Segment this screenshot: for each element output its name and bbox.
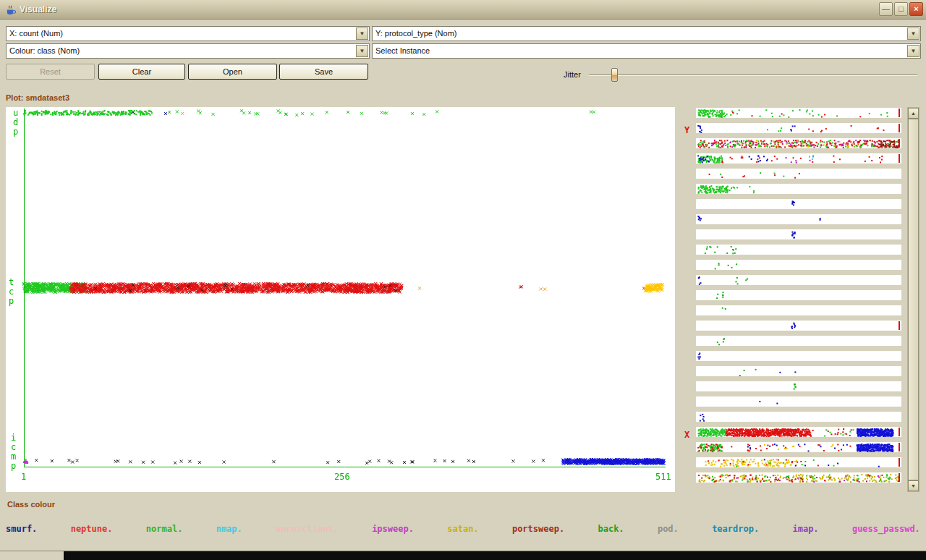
chevron-down-icon[interactable]: ▼ (907, 45, 919, 57)
side-panel-scrollbar[interactable]: ▲ ▼ (907, 107, 919, 492)
reset-button[interactable]: Reset (6, 64, 95, 80)
class-legend-item[interactable]: pod. (658, 524, 679, 534)
scrollbar-thumb[interactable] (908, 119, 919, 480)
class-legend-item[interactable]: smurf. (6, 524, 37, 534)
window-title: Visualize (20, 4, 56, 14)
colour-attribute-select[interactable]: Colour: class (Nom) ▼ (6, 43, 370, 59)
chevron-down-icon[interactable]: ▼ (356, 45, 368, 57)
scroll-up-icon[interactable]: ▲ (908, 108, 919, 119)
class-legend-item[interactable]: ipsweep. (372, 524, 414, 534)
colour-attribute-value: Colour: class (Nom) (9, 46, 80, 55)
bottom-desktop-strip (0, 551, 926, 560)
y-category-label-tcp: tcp (8, 278, 14, 306)
x-tick-mid: 256 (334, 472, 350, 482)
plot-title: Plot: smdataset3 (6, 93, 69, 102)
chevron-down-icon[interactable]: ▼ (356, 27, 368, 40)
class-legend-item[interactable]: guess_passwd. (852, 524, 920, 534)
y-attribute-value: Y: protocol_type (Nom) (375, 29, 457, 38)
class-legend-item[interactable]: portsweep. (512, 524, 564, 534)
y-axis-flag: Y (684, 125, 689, 135)
main-plot-panel (6, 107, 675, 492)
class-legend: smurf.neptune.normal.nmap.warezclient.ip… (6, 524, 920, 534)
chevron-down-icon[interactable]: ▼ (907, 27, 919, 40)
class-legend-item[interactable]: satan. (447, 524, 478, 534)
titlebar[interactable]: Visualize — □ × (0, 0, 926, 20)
select-instance-select[interactable]: Select Instance ▼ (372, 43, 921, 59)
maximize-button[interactable]: □ (894, 2, 908, 16)
scroll-down-icon[interactable]: ▼ (908, 480, 919, 491)
save-button[interactable]: Save (279, 64, 368, 80)
class-colour-title: Class colour (7, 500, 55, 509)
x-axis-flag: X (684, 430, 689, 440)
select-instance-value: Select Instance (375, 46, 430, 55)
visualize-window: Visualize — □ × X: count (Num) ▼ Y: prot… (0, 0, 926, 551)
y-category-label-udp: udp (12, 109, 19, 137)
class-legend-item[interactable]: back. (598, 524, 624, 534)
window-bottom-corner (0, 551, 64, 560)
class-legend-item[interactable]: nmap. (216, 524, 242, 534)
x-tick-min: 1 (21, 472, 26, 482)
attribute-strips-panel (696, 108, 904, 489)
jitter-slider-track[interactable] (589, 75, 917, 76)
y-attribute-select[interactable]: Y: protocol_type (Nom) ▼ (372, 26, 921, 41)
class-legend-item[interactable]: neptune. (71, 524, 113, 534)
open-button[interactable]: Open (188, 64, 277, 80)
y-category-label-icmp: icmp (10, 433, 17, 471)
attribute-strips[interactable] (696, 108, 904, 489)
x-attribute-select[interactable]: X: count (Num) ▼ (6, 26, 370, 41)
class-legend-item[interactable]: teardrop. (712, 524, 759, 534)
x-tick-max: 511 (655, 472, 671, 482)
jitter-slider-thumb[interactable] (611, 68, 618, 82)
class-legend-item[interactable]: normal. (146, 524, 183, 534)
main-scatter-plot[interactable] (6, 107, 675, 492)
minimize-button[interactable]: — (879, 2, 893, 16)
jitter-label: Jitter (564, 70, 581, 79)
clear-button[interactable]: Clear (98, 64, 185, 80)
x-attribute-value: X: count (Num) (9, 29, 63, 38)
class-legend-item[interactable]: imap. (792, 524, 818, 534)
java-app-icon (4, 3, 17, 16)
close-button[interactable]: × (909, 2, 923, 16)
class-legend-item[interactable]: warezclient. (276, 524, 339, 534)
